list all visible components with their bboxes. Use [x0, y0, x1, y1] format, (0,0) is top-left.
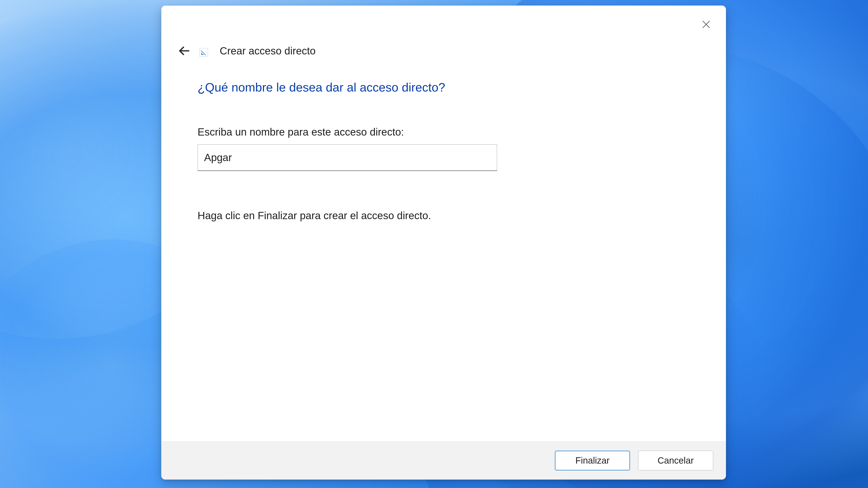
finish-instruction: Haga clic en Finalizar para crear el acc… — [197, 209, 690, 222]
shortcut-overlay-icon — [199, 48, 208, 57]
shortcut-name-input[interactable] — [197, 144, 497, 171]
dialog-header: Crear acceso directo — [161, 6, 726, 60]
create-shortcut-dialog: Crear acceso directo ¿Qué nombre le dese… — [161, 5, 726, 480]
close-icon — [702, 20, 710, 29]
finish-button[interactable]: Finalizar — [555, 451, 630, 470]
close-button[interactable] — [696, 14, 716, 35]
arrow-left-icon — [178, 44, 190, 57]
page-heading: ¿Qué nombre le desea dar al acceso direc… — [197, 80, 690, 94]
dialog-content: ¿Qué nombre le desea dar al acceso direc… — [161, 60, 726, 442]
dialog-title: Crear acceso directo — [220, 45, 315, 57]
dialog-footer: Finalizar Cancelar — [161, 442, 726, 480]
name-field-label: Escriba un nombre para este acceso direc… — [197, 126, 690, 138]
back-button[interactable] — [175, 42, 193, 60]
cancel-button[interactable]: Cancelar — [638, 451, 713, 470]
